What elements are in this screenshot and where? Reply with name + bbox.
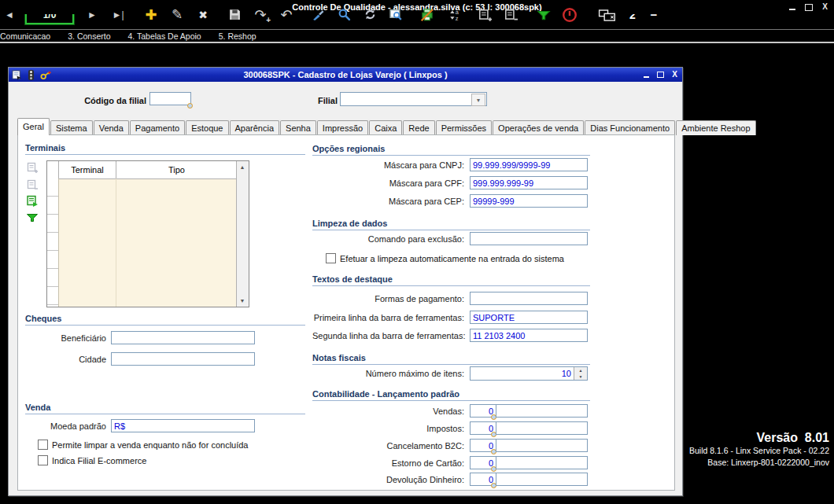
segunda-linha-input[interactable] (470, 329, 588, 342)
scroll-up-icon[interactable]: ▲ (237, 161, 248, 173)
module-tab-conserto[interactable]: 3. Conserto (68, 31, 110, 41)
cascade-windows-button[interactable] (598, 6, 617, 24)
tab-ambiente-reshop[interactable]: Ambiente Reshop (676, 120, 755, 135)
codigo-lookup-icon[interactable] (187, 103, 193, 109)
mascara-cep-input[interactable] (470, 194, 588, 208)
cancelamento-b2c-desc-input[interactable] (496, 439, 588, 452)
print-disabled-button[interactable] (419, 6, 435, 24)
undo-button[interactable]: ↶ (279, 6, 294, 24)
run-terminal-button[interactable] (25, 194, 39, 208)
preview-button[interactable] (388, 6, 404, 24)
mascara-cnpj-input[interactable] (470, 158, 588, 171)
filter-button[interactable] (536, 6, 552, 24)
search-button[interactable] (336, 6, 352, 24)
delete-button[interactable]: ✖ (195, 6, 211, 24)
tab-geral[interactable]: Geral (17, 118, 50, 135)
tab-sistema[interactable]: Sistema (50, 120, 93, 135)
beneficiario-input[interactable] (111, 331, 255, 344)
primeira-linha-input[interactable] (470, 311, 588, 324)
save-button[interactable] (227, 6, 242, 24)
tab-permissoes[interactable]: Permissões (436, 120, 492, 135)
dialog-minimize-icon[interactable] (644, 76, 649, 78)
codigo-da-filial-input[interactable] (149, 92, 191, 105)
tab-aparencia[interactable]: Aparência (230, 120, 280, 135)
tab-senha[interactable]: Senha (280, 120, 316, 135)
redo-button[interactable]: ↷ + (253, 6, 268, 24)
pencil-icon: ✎ (172, 7, 183, 23)
moeda-padrao-input[interactable] (111, 419, 255, 432)
minimize-icon[interactable] (789, 9, 795, 10)
version-title: Versão 8.01 (756, 431, 829, 445)
spin-down-button[interactable]: ▼ (574, 373, 587, 380)
refresh-button[interactable] (362, 6, 378, 24)
next-record-button[interactable]: ► (84, 6, 100, 24)
exit-button[interactable] (562, 6, 578, 24)
tipo-column-header[interactable]: Tipo (116, 161, 237, 178)
terminal-column-header[interactable]: Terminal (59, 161, 116, 178)
mascara-cpf-label: Máscara para CPF: (312, 177, 464, 190)
impostos-desc-input[interactable] (496, 421, 588, 435)
close-icon[interactable]: X (822, 3, 828, 11)
search-icon (338, 8, 351, 21)
segunda-linha-label: Segunda linha da barra de ferramentas: (312, 329, 464, 343)
module-tab-comunicacao[interactable]: Comunicacao (0, 31, 50, 41)
traffic-light-icon[interactable] (28, 70, 34, 80)
last-record-button[interactable]: ►| (110, 6, 126, 24)
checkbox-indica-ecommerce[interactable]: Indica Filial E-commerce (38, 455, 146, 465)
prev-arrow-icon: ◄ (5, 7, 14, 23)
tab-venda[interactable]: Venda (94, 120, 129, 135)
tab-operacoes-de-venda[interactable]: Operações de venda (493, 120, 584, 135)
tab-pagamento[interactable]: Pagamento (130, 120, 185, 135)
scroll-down-icon[interactable]: ▼ (237, 295, 248, 307)
version-build: Build 8.1.6 - Linx Service Pack - 02.22 (689, 446, 829, 455)
estorno-cartao-desc-input[interactable] (496, 456, 588, 469)
checkbox-permite-limpar[interactable]: Permite limpar a venda enquanto não for … (38, 440, 249, 450)
tab-impressao[interactable]: Impressão (317, 120, 368, 135)
spin-up-button[interactable]: ▲ (574, 367, 587, 373)
prev-record-button[interactable]: ◄ (2, 6, 17, 24)
combobox-dropdown-button[interactable]: ▾ (471, 94, 485, 106)
vendas-desc-input[interactable] (496, 404, 588, 418)
devolucao-dinheiro-desc-input[interactable] (496, 473, 588, 486)
tab-dias-funcionamento[interactable]: Dias Funcionamento (585, 120, 675, 135)
dialog-close-icon[interactable]: X (672, 71, 677, 79)
tab-estoque[interactable]: Estoque (186, 120, 228, 135)
filial-label: Filial (293, 94, 338, 107)
formas-pagamento-input[interactable] (470, 292, 588, 305)
add-terminal-button[interactable] (25, 160, 39, 174)
sort-button[interactable]: a z (445, 6, 461, 24)
cidade-input[interactable] (111, 352, 255, 366)
comando-exclusao-input[interactable] (470, 232, 588, 245)
grid-scrollbar[interactable]: ▲ ▼ (236, 161, 249, 307)
cancelamento-b2c-label: Cancelamento B2C: (312, 440, 464, 453)
zoom-window-icon (389, 8, 403, 21)
dialog-title: 300068SPK - Cadastro de Lojas Varejo ( L… (9, 68, 682, 82)
tab-rede[interactable]: Rede (403, 120, 434, 135)
remove-detail-button[interactable] (503, 6, 518, 24)
filial-combobox[interactable]: ▾ (340, 92, 487, 106)
edit-button[interactable]: ✎ (169, 6, 185, 24)
dialog-body: Código da filial Filial ▾ Geral Sistema … (9, 82, 683, 495)
last-arrow-icon: ►| (113, 7, 124, 23)
remove-terminal-button[interactable] (25, 178, 39, 191)
list-minus-icon (504, 8, 518, 22)
dialog-maximize-icon[interactable] (657, 72, 664, 78)
cidade-label: Cidade (25, 353, 106, 366)
terminais-grid[interactable]: Terminal Tipo ▲ ▼ (46, 160, 249, 307)
clear-button[interactable] (310, 6, 326, 24)
add-button[interactable]: ✚ (143, 6, 159, 24)
module-tab-tabelas-de-apoio[interactable]: 4. Tabelas De Apoio (127, 31, 201, 41)
mascara-cpf-input[interactable] (470, 176, 588, 189)
numero-maximo-itens-input[interactable] (471, 367, 574, 380)
mascara-cnpj-label: Máscara para CNPJ: (312, 159, 464, 172)
maximize-icon[interactable] (805, 4, 813, 11)
module-tab-reshop[interactable]: 5. Reshop (219, 31, 256, 41)
collapse-button[interactable]: − (646, 6, 662, 24)
filter-terminal-button[interactable] (25, 211, 39, 224)
tab-caixa[interactable]: Caixa (369, 120, 402, 135)
numero-maximo-itens-spinner[interactable]: ▲ ▼ (470, 366, 588, 381)
checkbox-limpeza-automatica[interactable]: Efetuar a limpeza automaticamente na ent… (326, 253, 564, 263)
key-icon[interactable] (40, 70, 51, 80)
form-icon[interactable] (12, 70, 22, 80)
add-detail-button[interactable] (477, 6, 493, 24)
